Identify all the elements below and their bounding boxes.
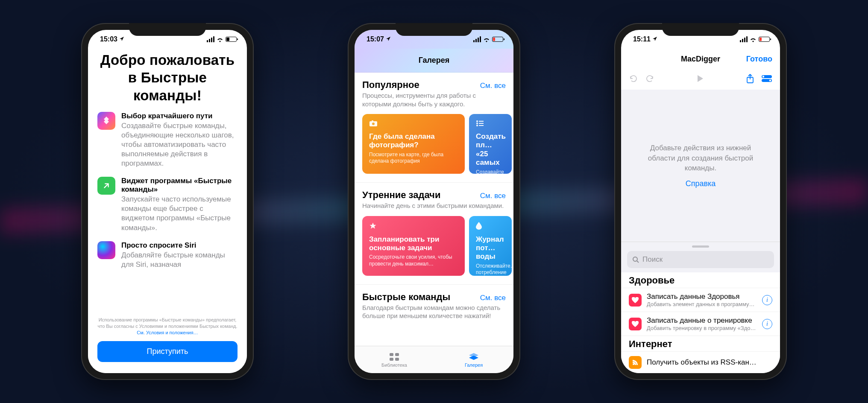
feature-widget: Виджет программы «Быстрые команды» Запус…	[97, 177, 238, 232]
undo-icon[interactable]	[629, 74, 638, 85]
section-subtitle: Благодаря быстрым командам можно сделать…	[362, 304, 506, 320]
actions-sheet[interactable]: Поиск Здоровье Записать данные Здоровья …	[621, 242, 780, 373]
tab-bar: Библиотека Галерея	[355, 346, 513, 373]
section-subtitle: Процессы, инструменты для работы с котор…	[362, 91, 506, 108]
see-all-link[interactable]: См. все	[480, 82, 506, 90]
feature-heading: Виджет программы «Быстрые команды»	[121, 177, 238, 194]
section-title: Популярное	[362, 79, 419, 91]
svg-point-7	[477, 125, 478, 126]
action-log-health[interactable]: Записать данные Здоровья Добавить элемен…	[621, 288, 780, 312]
help-link[interactable]: Справка	[686, 179, 716, 188]
search-icon	[632, 256, 639, 263]
wifi-icon	[217, 37, 223, 42]
terms-link[interactable]: См. Условия и положения…	[137, 330, 198, 335]
action-title: Записать данные о тренировке	[647, 316, 757, 325]
action-subtitle: Добавить элемент данных в программу…	[647, 301, 757, 307]
status-time: 15:11	[633, 35, 651, 43]
cellular-icon	[473, 36, 481, 42]
location-icon	[652, 35, 657, 43]
card-subtitle: Сосредоточьте свои усилия, чтобы провест…	[369, 254, 458, 267]
empty-hint: Добавьте действия из нижней области для …	[638, 143, 763, 173]
screenshot-stage: 15:03 Добро пожаловать в Быстрые команды…	[0, 0, 868, 403]
svg-point-3	[477, 121, 478, 122]
section-title: Утренние задачи	[362, 190, 440, 201]
card-title: Создать пл… «25 самых	[476, 132, 505, 167]
canvas-empty-state: Добавьте действия из нижней области для …	[621, 90, 780, 242]
section-title: Быстрые команды	[362, 292, 450, 303]
camera-icon	[369, 120, 458, 129]
drop-icon	[476, 222, 505, 232]
phone-welcome: 15:03 Добро пожаловать в Быстрые команды…	[81, 23, 254, 380]
phone-editor: 15:11 MacDigger Готово	[614, 23, 787, 380]
cellular-icon	[740, 36, 748, 42]
play-icon[interactable]	[696, 74, 704, 85]
action-title: Записать данные Здоровья	[647, 292, 757, 301]
svg-point-17	[769, 79, 771, 81]
section-shortcuts: Быстрые команды См. все Благодаря быстры…	[355, 285, 513, 322]
shortcut-card-photo-location[interactable]: Где была сделана фотография? Посмотрите …	[362, 114, 465, 174]
list-icon	[476, 120, 505, 129]
continue-button[interactable]: Приступить	[97, 341, 238, 362]
card-title: Где была сделана фотография?	[369, 132, 458, 150]
wifi-icon	[750, 37, 757, 42]
feature-body: Создавайте быстрые команды, объединяющие…	[121, 121, 238, 168]
settings-toggle-icon[interactable]	[761, 75, 772, 84]
nav-title: Галерея	[355, 49, 513, 73]
section-morning: Утренние задачи См. все Начинайте день с…	[355, 183, 513, 285]
category-internet: Интернет	[621, 336, 780, 351]
svg-rect-10	[395, 353, 399, 356]
terms-text: Использование программы «Быстрые команды…	[97, 317, 238, 336]
action-rss[interactable]: Получить объекты из RSS-кан…	[621, 351, 780, 373]
svg-rect-12	[395, 358, 399, 361]
share-icon[interactable]	[746, 73, 754, 85]
tab-gallery[interactable]: Галерея	[434, 346, 513, 373]
svg-rect-2	[372, 120, 373, 122]
wifi-icon	[483, 37, 490, 42]
feature-heading: Просто спросите Siri	[121, 241, 238, 250]
location-icon	[119, 35, 124, 43]
cellular-icon	[207, 36, 214, 42]
svg-line-19	[637, 261, 639, 263]
location-icon	[386, 35, 391, 43]
see-all-link[interactable]: См. все	[480, 192, 506, 200]
svg-point-16	[762, 76, 764, 77]
nav-title: MacDigger	[681, 55, 720, 64]
shortcut-card-water-log[interactable]: Журнал пот… воды Отслеживайте… потреблен…	[469, 216, 512, 276]
feature-shortest-path: Выбор кратчайшего пути Создавайте быстры…	[97, 112, 238, 168]
svg-rect-9	[390, 353, 393, 356]
rss-icon	[629, 356, 642, 369]
info-icon[interactable]: i	[762, 319, 772, 329]
star-icon	[369, 222, 458, 232]
siri-icon	[97, 241, 115, 259]
shortcut-card-plan-tasks[interactable]: Запланировать три основные задачи Сосред…	[362, 216, 465, 276]
battery-icon	[759, 37, 770, 42]
action-title: Получить объекты из RSS-кан…	[647, 358, 772, 367]
shortcuts-icon	[97, 112, 115, 130]
svg-point-20	[633, 363, 634, 365]
toolbar	[621, 69, 780, 90]
action-log-workout[interactable]: Записать данные о тренировке Добавить тр…	[621, 312, 780, 336]
battery-icon	[226, 37, 237, 42]
tab-library[interactable]: Библиотека	[355, 346, 434, 373]
see-all-link[interactable]: См. все	[480, 294, 506, 302]
svg-point-5	[477, 123, 478, 124]
svg-point-18	[633, 257, 637, 261]
card-title: Журнал пот… воды	[476, 235, 505, 261]
sheet-handle[interactable]	[692, 245, 709, 248]
info-icon[interactable]: i	[762, 295, 772, 305]
section-subtitle: Начинайте день с этими быстрыми командам…	[362, 202, 506, 210]
shortcut-card-playlist[interactable]: Создать пл… «25 самых Создавайте сп… про…	[469, 114, 512, 174]
card-subtitle: Посмотрите на карте, где была сделана фо…	[369, 152, 458, 165]
search-field[interactable]: Поиск	[627, 251, 774, 268]
heart-icon	[629, 294, 642, 307]
battery-icon	[492, 37, 503, 42]
feature-body: Запускайте часто используемые команды ещ…	[121, 195, 238, 232]
card-subtitle: Создавайте сп… прослушиваем…	[476, 169, 505, 189]
redo-icon[interactable]	[645, 74, 654, 85]
svg-rect-11	[390, 358, 393, 361]
svg-point-1	[372, 123, 375, 125]
done-button[interactable]: Готово	[746, 55, 772, 64]
widget-icon	[97, 177, 115, 195]
section-popular: Популярное См. все Процессы, инструменты…	[355, 73, 513, 183]
card-title: Запланировать три основные задачи	[369, 235, 458, 253]
